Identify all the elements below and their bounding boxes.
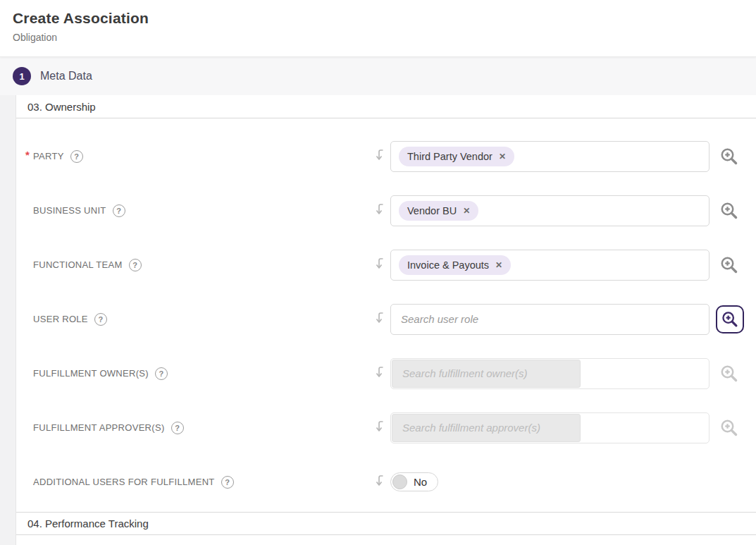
arrow-down-icon [373,257,385,273]
help-glyph: ? [225,478,230,486]
arrow-down-icon [373,203,385,219]
tag-remove-icon[interactable]: ✕ [463,207,470,215]
field-row-fulfillment-approvers: FULFILLMENT APPROVER(S) ? Search fulfill… [16,400,756,455]
tag-chip: Vendor BU ✕ [399,201,478,221]
arrow-down-icon [373,149,385,164]
field-control-group [373,304,756,335]
section-header-performance-tracking[interactable]: 04. Performance Tracking [16,512,756,535]
party-input[interactable]: Third Party Vendor ✕ [390,141,709,172]
step-label[interactable]: Meta Data [40,70,92,82]
business-unit-input[interactable]: Vendor BU ✕ [390,195,709,226]
page-subtitle: Obligation [13,32,743,43]
zoom-search-icon[interactable] [719,255,740,276]
field-control-group: Third Party Vendor ✕ [373,141,756,172]
tag-label: Invoice & Payouts [407,259,489,271]
section-title: 03. Ownership [27,101,96,113]
field-label-group: ADDITIONAL USERS FOR FULFILLMENT ? [16,476,373,489]
field-control-group: Invoice & Payouts ✕ [373,250,756,281]
arrow-down-icon [373,420,385,436]
step-number-badge[interactable]: 1 [13,67,31,85]
field-control-group: Vendor BU ✕ [373,195,756,226]
section-title: 04. Performance Tracking [27,518,149,529]
field-label: USER ROLE [33,314,88,324]
fulfillment-approvers-input-disabled: Search fulfillment approver(s) [390,412,709,443]
field-label: FUNCTIONAL TEAM [33,259,123,270]
help-glyph: ? [132,261,137,269]
help-icon[interactable]: ? [129,259,142,271]
disabled-search-area: Search fulfillment approver(s) [392,414,581,442]
zoom-search-icon-active[interactable] [716,305,744,333]
field-row-user-role: USER ROLE ? [16,292,756,346]
field-row-business-unit: BUSINESS UNIT ? Vendor BU ✕ [16,183,756,238]
field-label-group: BUSINESS UNIT ? [16,204,373,217]
user-role-search-input[interactable] [395,305,705,334]
tag-remove-icon[interactable]: ✕ [499,152,506,161]
arrow-down-icon [373,474,385,490]
field-control-group: No [373,472,756,491]
zoom-search-icon[interactable] [719,200,740,221]
page-header: Create Association Obligation [0,0,756,57]
section-header-ownership[interactable]: 03. Ownership [16,95,756,118]
field-label-group: USER ROLE ? [16,313,373,326]
tag-label: Third Party Vendor [407,151,492,162]
additional-users-toggle[interactable]: No [390,472,438,491]
zoom-search-icon-disabled [719,363,740,384]
tag-chip: Invoice & Payouts ✕ [399,255,511,275]
user-role-input-box [390,304,709,335]
arrow-down-icon [373,366,385,381]
help-glyph: ? [98,315,103,324]
field-label-group: FUNCTIONAL TEAM ? [16,259,373,271]
tag-label: Vendor BU [407,205,457,216]
fulfillment-owners-input-disabled: Search fulfillment owner(s) [390,358,709,389]
field-label: FULFILLMENT APPROVER(S) [33,422,165,433]
help-icon[interactable]: ? [94,313,107,326]
tag-chip: Third Party Vendor ✕ [399,147,514,166]
help-icon[interactable]: ? [113,204,125,217]
field-row-party: * PARTY ? Third Party Vendor ✕ [16,129,756,183]
field-label: BUSINESS UNIT [33,205,106,216]
help-glyph: ? [175,424,180,432]
wizard-step-bar: 1 Meta Data [0,57,756,95]
help-glyph: ? [74,152,79,161]
ownership-form: * PARTY ? Third Party Vendor ✕ [16,118,756,509]
field-row-functional-team: FUNCTIONAL TEAM ? Invoice & Payouts ✕ [16,238,756,292]
field-label: ADDITIONAL USERS FOR FULFILLMENT [33,477,215,487]
tag-remove-icon[interactable]: ✕ [495,261,502,269]
field-row-additional-users: ADDITIONAL USERS FOR FULFILLMENT ? No [16,455,756,509]
field-row-fulfillment-owners: FULFILLMENT OWNER(S) ? Search fulfillmen… [16,346,756,400]
field-label-group: FULFILLMENT APPROVER(S) ? [16,422,373,434]
content-area: 03. Ownership * PARTY ? Third Party Vend… [0,95,756,545]
field-label: FULFILLMENT OWNER(S) [33,368,149,379]
field-label: PARTY [33,151,64,161]
field-label-group: FULFILLMENT OWNER(S) ? [16,367,373,380]
help-icon[interactable]: ? [70,150,83,163]
field-control-group: Search fulfillment owner(s) [373,358,756,389]
arrow-down-icon [373,312,385,327]
required-asterisk: * [25,149,30,161]
help-icon[interactable]: ? [171,422,184,434]
help-icon[interactable]: ? [221,476,234,489]
help-icon[interactable]: ? [155,367,168,380]
help-glyph: ? [159,369,164,378]
field-control-group: Search fulfillment approver(s) [373,412,756,443]
field-label-group: * PARTY ? [16,150,373,163]
zoom-search-icon-disabled [719,417,740,439]
toggle-value: No [414,476,434,488]
page-title: Create Association [13,10,743,27]
functional-team-input[interactable]: Invoice & Payouts ✕ [390,250,709,281]
zoom-search-icon[interactable] [719,146,740,167]
toggle-knob [392,474,407,489]
disabled-search-area: Search fulfillment owner(s) [392,360,581,388]
form-panel: 03. Ownership * PARTY ? Third Party Vend… [16,95,756,545]
help-glyph: ? [116,207,121,215]
